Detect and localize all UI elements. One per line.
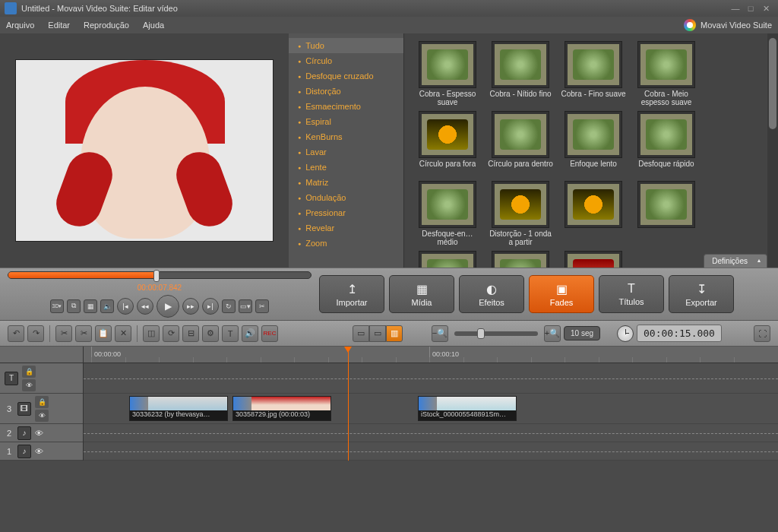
transition-thumb[interactable] <box>559 251 628 268</box>
snap-mode-3[interactable]: ▥ <box>386 325 403 342</box>
category-item[interactable]: Ondulação <box>289 190 403 205</box>
rotate-button[interactable]: ⟳ <box>163 325 179 342</box>
tab-exportar[interactable]: ↧Exportar <box>669 275 734 313</box>
split-clip-button[interactable]: ⧉ <box>67 299 81 313</box>
transition-thumb[interactable]: Cobra - Nítido fino <box>486 41 555 106</box>
split-button[interactable]: ⊟ <box>182 325 199 342</box>
category-item[interactable]: Lavar <box>289 144 403 160</box>
menu-ajuda[interactable]: Ajuda <box>143 21 164 30</box>
category-item[interactable]: Pressionar <box>289 205 403 220</box>
audio-track-1[interactable] <box>84 442 778 461</box>
menu-reproducao[interactable]: Reprodução <box>84 21 129 30</box>
zoom-slider[interactable] <box>454 331 538 336</box>
audio-track-2[interactable] <box>84 424 778 442</box>
snap-mode-1[interactable]: ▭ <box>353 325 369 342</box>
next-frame-button[interactable]: ▸▸ <box>182 298 199 315</box>
titles-track[interactable] <box>84 363 778 394</box>
transition-thumb[interactable]: Cobra - Espesso suave <box>413 41 482 106</box>
close-icon[interactable]: ✕ <box>758 4 773 14</box>
text-tool-button[interactable]: T <box>222 325 239 342</box>
category-item[interactable]: Espiral <box>289 114 403 129</box>
transition-thumb[interactable]: Enfoque lento <box>559 111 628 176</box>
thumbs-scrollbar[interactable] <box>767 33 778 268</box>
video-clip[interactable]: 30336232 (by thevasya… <box>129 396 228 421</box>
cut-button[interactable]: ✂ <box>55 325 72 342</box>
transition-thumb[interactable]: Círculo para dentro <box>486 111 555 176</box>
copy-button[interactable]: ✂ <box>75 325 92 342</box>
project-timecode[interactable]: 00:00:15.000 <box>637 325 722 342</box>
brand-badge[interactable]: Movavi Video Suite <box>684 19 772 31</box>
time-ruler[interactable]: 00:00:0000:00:10 <box>84 347 778 363</box>
zoom-step-chip[interactable]: 10 seg <box>564 326 600 340</box>
transition-thumb[interactable] <box>486 251 555 268</box>
snap-mode-2[interactable]: ▭ <box>369 325 386 342</box>
category-item[interactable]: Matriz <box>289 175 403 190</box>
transition-thumb[interactable]: Desfoque-en… médio <box>413 181 482 246</box>
titles-lock-icon[interactable]: 🔒 <box>22 366 36 378</box>
crop-tool-button[interactable]: ◫ <box>143 325 160 342</box>
tracks-area[interactable]: 00:00:0000:00:10 30336232 (by thevasya…3… <box>84 347 778 461</box>
track-head-audio2[interactable]: 2 ♪ 👁 <box>0 424 83 442</box>
snapshot-button[interactable]: ▦ <box>84 299 97 313</box>
goto-start-button[interactable]: |◂ <box>117 298 134 315</box>
category-item[interactable]: Revelar <box>289 220 403 236</box>
seek-bar[interactable] <box>8 271 312 279</box>
category-item[interactable]: KenBurns <box>289 129 403 144</box>
zoom-out-button[interactable]: −🔍 <box>432 325 448 342</box>
category-item[interactable]: Lente <box>289 160 403 175</box>
video-track[interactable]: 30336232 (by thevasya…30358729.jpg (00:0… <box>84 394 778 424</box>
play-button[interactable]: ▶ <box>157 295 179 318</box>
category-item[interactable]: Tudo <box>289 38 403 53</box>
goto-end-button[interactable]: ▸| <box>202 298 219 315</box>
maximize-icon[interactable]: □ <box>743 4 758 13</box>
tab-titulos[interactable]: TTítulos <box>599 275 664 313</box>
transition-thumb[interactable]: Desfoque rápido <box>632 111 701 176</box>
fullscreen-button[interactable]: ⛶ <box>754 325 770 342</box>
tab-fades[interactable]: ▣Fades <box>529 275 594 313</box>
category-item[interactable]: Desfoque cruzado <box>289 68 403 84</box>
transition-thumb[interactable]: Cobra - Fino suave <box>559 41 628 106</box>
transition-thumb[interactable] <box>559 181 628 246</box>
transition-thumb[interactable] <box>632 181 701 246</box>
delete-button[interactable]: ✕ <box>115 325 131 342</box>
minimize-icon[interactable]: — <box>728 4 743 13</box>
track-head-titles[interactable]: T 🔒👁 <box>0 363 83 394</box>
preview-image[interactable] <box>15 59 274 242</box>
record-button[interactable]: REC <box>261 325 278 342</box>
video-clip[interactable]: iStock_000005548891Sm… <box>418 396 517 421</box>
tab-midia[interactable]: ▦Mídia <box>389 275 454 313</box>
tab-efeitos[interactable]: ◐Efeitos <box>459 275 524 313</box>
category-item[interactable]: Zoom <box>289 236 403 251</box>
view-3d-button[interactable]: 3D▾ <box>50 299 64 313</box>
aspect-button[interactable]: ▭▾ <box>239 299 252 313</box>
audio1-eye-icon[interactable]: 👁 <box>35 447 43 456</box>
audio-tool-button[interactable]: 🔊 <box>242 325 258 342</box>
tab-importar[interactable]: ↥Importar <box>319 275 384 313</box>
transition-thumb[interactable]: Distorção - 1 onda a partir <box>486 181 555 246</box>
playhead[interactable] <box>348 347 349 461</box>
video-lock-icon[interactable]: 🔒 <box>35 396 49 408</box>
crop-button[interactable]: ✂ <box>255 299 269 313</box>
loop-button[interactable]: ↻ <box>222 299 236 313</box>
track-head-video[interactable]: 3 🎞 🔒👁 <box>0 394 83 424</box>
video-eye-icon[interactable]: 👁 <box>35 410 49 422</box>
transition-thumb[interactable] <box>413 251 482 268</box>
undo-button[interactable]: ↶ <box>8 325 24 342</box>
menu-editar[interactable]: Editar <box>48 21 70 30</box>
titles-eye-icon[interactable]: 👁 <box>22 379 36 391</box>
clock-icon[interactable] <box>617 325 634 342</box>
menu-arquivo[interactable]: Arquivo <box>6 21 34 30</box>
track-head-audio1[interactable]: 1 ♪ 👁 <box>0 442 83 461</box>
category-item[interactable]: Esmaecimento <box>289 99 403 114</box>
redo-button[interactable]: ↷ <box>27 325 44 342</box>
definitions-tab[interactable]: Definições <box>704 254 767 268</box>
category-item[interactable]: Círculo <box>289 53 403 68</box>
audio2-eye-icon[interactable]: 👁 <box>35 429 43 438</box>
paste-button[interactable]: 📋 <box>95 325 112 342</box>
category-item[interactable]: Distorção <box>289 84 403 99</box>
properties-button[interactable]: ⚙ <box>202 325 219 342</box>
video-clip[interactable]: 30358729.jpg (00:00:03) <box>232 396 331 421</box>
transition-thumb[interactable]: Cobra - Meio espesso suave <box>632 41 701 106</box>
prev-frame-button[interactable]: ◂◂ <box>137 298 153 315</box>
zoom-in-button[interactable]: +🔍 <box>544 325 561 342</box>
